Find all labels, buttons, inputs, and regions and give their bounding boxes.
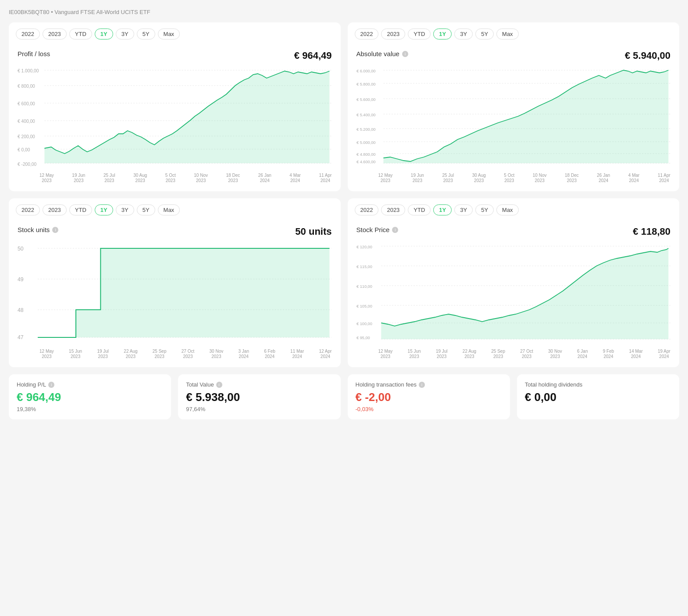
btn-max-sp[interactable]: Max — [496, 204, 519, 215]
total-value-value: € 5.938,00 — [186, 390, 332, 404]
profit-loss-value: € 964,49 — [294, 50, 332, 61]
svg-text:€ 800,00: € 800,00 — [18, 84, 35, 89]
stock-price-value: € 118,80 — [633, 226, 670, 237]
stock-units-controls: 2022 2023 YTD 1Y 3Y 5Y Max — [9, 198, 341, 219]
stock-price-xaxis: 12 May2023 15 Jun2023 19 Jul2023 22 Aug2… — [356, 347, 671, 363]
ticker-info: IE00BK5BQT80 • Vanguard FTSE All-World U… — [9, 9, 679, 15]
btn-2023-pl[interactable]: 2023 — [43, 29, 67, 39]
stock-units-header: Stock units i 50 units — [18, 226, 332, 237]
profit-loss-chart: € 1.000,00 € 800,00 € 600,00 € 400,00 € … — [18, 66, 332, 171]
stock-units-value: 50 units — [295, 226, 332, 237]
btn-max-av[interactable]: Max — [496, 29, 519, 39]
stock-units-card: Stock units i 50 units 50 49 48 47 — [9, 219, 341, 367]
holding-pl-pct: 19,38% — [17, 406, 163, 412]
svg-text:48: 48 — [18, 307, 24, 313]
svg-text:€ 400,00: € 400,00 — [18, 119, 35, 124]
svg-text:€ 5.400,00: € 5.400,00 — [356, 113, 375, 117]
stock-units-xaxis: 12 May2023 15 Jun2023 19 Jul2023 22 Aug2… — [18, 347, 332, 363]
stock-units-title: Stock units i — [18, 226, 58, 233]
bottom-stats: Holding P/L i € 964,49 19,38% Total Valu… — [9, 374, 679, 419]
btn-2023-sp[interactable]: 2023 — [381, 204, 405, 215]
btn-ytd-su[interactable]: YTD — [69, 204, 92, 215]
btn-2022-su[interactable]: 2022 — [16, 204, 40, 215]
svg-text:€ 100,00: € 100,00 — [356, 322, 372, 326]
svg-text:€ 200,00: € 200,00 — [18, 134, 35, 139]
stock-price-controls: 2022 2023 YTD 1Y 3Y 5Y Max — [348, 198, 680, 219]
btn-2023-av[interactable]: 2023 — [381, 29, 405, 39]
btn-2023-su[interactable]: 2023 — [43, 204, 67, 215]
btn-3y-av[interactable]: 3Y — [454, 29, 473, 39]
btn-1y-su[interactable]: 1Y — [95, 204, 113, 215]
absolute-value-chart: € 6.000,00 € 5.800,00 € 5.600,00 € 5.400… — [356, 66, 671, 171]
stock-price-card: Stock Price i € 118,80 € 120,00 € 115,00… — [348, 219, 680, 367]
stock-price-section: 2022 2023 YTD 1Y 3Y 5Y Max Stock Price i… — [348, 198, 680, 367]
transaction-fees-label: Holding transaction fees i — [356, 381, 502, 388]
btn-5y-su[interactable]: 5Y — [137, 204, 155, 215]
stock-price-chart: € 120,00 € 115,00 € 110,00 € 105,00 € 10… — [356, 242, 671, 347]
absolute-value-xaxis: 12 May2023 19 Jun2023 25 Jul2023 30 Aug2… — [356, 171, 671, 187]
total-value-info-icon[interactable]: i — [216, 382, 222, 388]
profit-loss-title: Profit / loss — [18, 50, 50, 57]
total-value-label: Total Value i — [186, 381, 332, 388]
btn-3y-su[interactable]: 3Y — [116, 204, 134, 215]
btn-2022-av[interactable]: 2022 — [355, 29, 379, 39]
svg-text:€ 4.800,00: € 4.800,00 — [356, 152, 375, 157]
profit-loss-card: Profit / loss € 964,49 € 1.000,00 € 800,… — [9, 43, 341, 191]
svg-text:€ 600,00: € 600,00 — [18, 101, 35, 106]
svg-text:50: 50 — [18, 246, 24, 252]
btn-ytd-sp[interactable]: YTD — [408, 204, 431, 215]
stock-price-header: Stock Price i € 118,80 — [356, 226, 671, 237]
transaction-fees-info-icon[interactable]: i — [419, 382, 425, 388]
absolute-value-card: Absolute value i € 5.940,00 € 6.000,00 €… — [348, 43, 680, 191]
dividends-label: Total holding dividends — [525, 381, 671, 388]
transaction-fees-value: € -2,00 — [356, 390, 502, 404]
profit-loss-xaxis: 12 May2023 19 Jun2023 25 Jul2023 30 Aug2… — [18, 171, 332, 187]
absolute-value-controls: 2022 2023 YTD 1Y 3Y 5Y Max — [348, 22, 680, 43]
absolute-value-section: 2022 2023 YTD 1Y 3Y 5Y Max Absolute valu… — [348, 22, 680, 191]
transaction-fees-card: Holding transaction fees i € -2,00 -0,03… — [348, 374, 510, 419]
svg-text:€ 5.200,00: € 5.200,00 — [356, 127, 375, 132]
svg-text:€ 5.000,00: € 5.000,00 — [356, 140, 375, 145]
btn-5y-sp[interactable]: 5Y — [475, 204, 494, 215]
btn-3y-sp[interactable]: 3Y — [454, 204, 473, 215]
svg-text:€ 110,00: € 110,00 — [356, 284, 372, 289]
dividends-card: Total holding dividends € 0,00 — [517, 374, 679, 419]
btn-ytd-av[interactable]: YTD — [408, 29, 431, 39]
svg-text:€ 105,00: € 105,00 — [356, 304, 372, 308]
btn-max-su[interactable]: Max — [158, 204, 180, 215]
stock-units-section: 2022 2023 YTD 1Y 3Y 5Y Max Stock units i… — [9, 198, 341, 367]
svg-text:€ 5.600,00: € 5.600,00 — [356, 97, 375, 102]
transaction-fees-pct: -0,03% — [356, 406, 502, 412]
svg-text:€ 120,00: € 120,00 — [356, 245, 372, 249]
btn-1y-sp[interactable]: 1Y — [433, 204, 452, 215]
absolute-value-title: Absolute value i — [356, 50, 408, 57]
btn-1y-pl[interactable]: 1Y — [95, 29, 113, 39]
profit-loss-section: 2022 2023 YTD 1Y 3Y 5Y Max Profit / loss… — [9, 22, 341, 191]
holding-pl-label: Holding P/L i — [17, 381, 163, 388]
holding-pl-info-icon[interactable]: i — [48, 382, 54, 388]
dashboard: 2022 2023 YTD 1Y 3Y 5Y Max Profit / loss… — [9, 22, 679, 367]
btn-2022-sp[interactable]: 2022 — [355, 204, 379, 215]
stock-price-info-icon[interactable]: i — [392, 227, 398, 233]
btn-3y-pl[interactable]: 3Y — [116, 29, 134, 39]
svg-text:49: 49 — [18, 276, 24, 283]
stock-units-chart: 50 49 48 47 — [18, 242, 332, 347]
total-value-pct: 97,64% — [186, 406, 332, 412]
btn-1y-av[interactable]: 1Y — [433, 29, 452, 39]
btn-max-pl[interactable]: Max — [158, 29, 180, 39]
btn-ytd-pl[interactable]: YTD — [69, 29, 92, 39]
absolute-value-info-icon[interactable]: i — [402, 51, 408, 57]
svg-text:€ 0,00: € 0,00 — [18, 147, 30, 152]
btn-2022-pl[interactable]: 2022 — [16, 29, 40, 39]
btn-5y-pl[interactable]: 5Y — [137, 29, 155, 39]
svg-text:47: 47 — [18, 334, 24, 340]
profit-loss-controls: 2022 2023 YTD 1Y 3Y 5Y Max — [9, 22, 341, 43]
stock-units-info-icon[interactable]: i — [52, 227, 58, 233]
dividends-value: € 0,00 — [525, 390, 671, 404]
btn-5y-av[interactable]: 5Y — [475, 29, 494, 39]
holding-pl-card: Holding P/L i € 964,49 19,38% — [9, 374, 171, 419]
svg-text:€ -200,00: € -200,00 — [18, 162, 37, 167]
svg-text:€ 1.000,00: € 1.000,00 — [18, 68, 39, 73]
profit-loss-header: Profit / loss € 964,49 — [18, 50, 332, 61]
svg-text:€ 5.800,00: € 5.800,00 — [356, 82, 375, 86]
